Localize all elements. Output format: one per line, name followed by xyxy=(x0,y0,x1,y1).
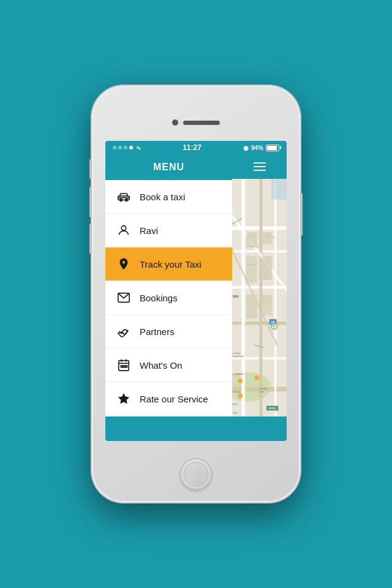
svg-text:589: 589 xyxy=(233,295,239,298)
map-svg: Rendell St Alfred St Howard St Herbert S… xyxy=(232,179,287,417)
svg-text:Pinfold M: Pinfold M xyxy=(260,388,268,390)
home-button[interactable] xyxy=(180,458,212,490)
volume-up-button xyxy=(89,187,92,217)
svg-text:B5350: B5350 xyxy=(269,407,276,410)
map-header xyxy=(232,154,287,179)
app-content: MENU xyxy=(105,154,287,441)
phone-body: ∿ 11:27 ◉ 94% MENU xyxy=(92,86,300,502)
svg-rect-52 xyxy=(271,179,287,200)
menu-header: MENU xyxy=(105,154,232,180)
battery-icon xyxy=(266,145,279,151)
svg-rect-6 xyxy=(121,366,123,368)
svg-rect-32 xyxy=(246,295,257,318)
whats-on-label: What's On xyxy=(140,360,183,371)
signal-dot-3 xyxy=(124,146,127,149)
svg-rect-7 xyxy=(123,366,125,368)
power-button xyxy=(300,193,303,236)
battery-body xyxy=(266,145,279,151)
phone-screen: ∿ 11:27 ◉ 94% MENU xyxy=(105,141,287,441)
hamburger-line-2 xyxy=(254,166,266,167)
map-panel: Rendell St Alfred St Howard St Herbert S… xyxy=(232,154,287,441)
partners-label: Partners xyxy=(140,326,175,337)
sidebar-item-book-taxi[interactable]: Book a taxi xyxy=(105,180,232,214)
map-background: Rendell St Alfred St Howard St Herbert S… xyxy=(232,179,287,417)
svg-point-47 xyxy=(238,379,243,383)
sidebar-item-ravi[interactable]: Ravi xyxy=(105,214,232,247)
user-icon xyxy=(115,222,132,239)
svg-text:Shopping Centre: Shopping Centre xyxy=(232,355,244,358)
front-camera xyxy=(172,119,178,126)
rate-service-label: Rate our Service xyxy=(140,394,208,404)
hamburger-menu-icon[interactable] xyxy=(254,162,266,171)
volume-down-button xyxy=(89,224,92,254)
status-bar: ∿ 11:27 ◉ 94% xyxy=(105,141,287,154)
sidebar-item-bookings[interactable]: Bookings xyxy=(105,281,232,315)
wifi-icon: ∿ xyxy=(136,145,141,151)
sidebar-item-track-taxi[interactable]: Track your Taxi xyxy=(105,247,232,281)
svg-rect-8 xyxy=(126,366,127,368)
star-icon xyxy=(115,390,132,407)
location-pin-icon xyxy=(115,255,132,273)
svg-rect-31 xyxy=(262,256,272,280)
notch-area xyxy=(172,119,220,126)
svg-rect-28 xyxy=(246,232,257,247)
mute-button xyxy=(89,159,92,179)
signal-indicators: ∿ xyxy=(113,145,141,151)
svg-rect-30 xyxy=(246,256,257,283)
svg-point-3 xyxy=(121,226,126,230)
svg-text:The Rushes: The Rushes xyxy=(232,352,241,355)
bookings-label: Bookings xyxy=(140,293,178,303)
svg-point-48 xyxy=(238,393,243,398)
speaker-grille xyxy=(183,121,220,125)
svg-text:Primark: Primark xyxy=(232,403,238,405)
phone-device: ∿ 11:27 ◉ 94% MENU xyxy=(92,86,300,502)
sidebar-item-whats-on[interactable]: What's On xyxy=(105,349,232,382)
lock-icon: ◉ xyxy=(243,145,249,151)
svg-rect-19 xyxy=(274,179,277,417)
battery-fill xyxy=(267,146,277,150)
svg-text:Legal: Legal xyxy=(233,412,237,414)
signal-dot-1 xyxy=(113,146,116,149)
svg-text:Pract: Pract xyxy=(260,391,264,393)
menu-items-list: Book a taxi Ravi xyxy=(105,180,232,417)
signal-dot-2 xyxy=(118,146,122,149)
svg-point-51 xyxy=(273,325,276,328)
hamburger-line-1 xyxy=(254,162,266,164)
sidebar-item-partners[interactable]: Partners xyxy=(105,315,232,349)
hamburger-line-3 xyxy=(254,170,266,171)
menu-footer xyxy=(105,417,232,441)
track-taxi-label: Track your Taxi xyxy=(140,259,202,270)
svg-point-49 xyxy=(255,375,260,380)
status-right: ◉ 94% xyxy=(243,145,279,151)
svg-rect-29 xyxy=(262,232,272,244)
book-taxi-label: Book a taxi xyxy=(140,192,185,202)
calendar-icon xyxy=(115,356,132,374)
handshake-icon xyxy=(115,323,132,340)
map-footer xyxy=(232,417,287,441)
car-icon xyxy=(115,188,132,205)
signal-dot-4 xyxy=(129,146,133,149)
envelope-icon xyxy=(115,289,132,306)
sidebar-item-rate-service[interactable]: Rate our Service xyxy=(105,382,232,416)
battery-percent: 94% xyxy=(251,145,263,151)
svg-text:La Favorita: La Favorita xyxy=(232,391,241,393)
svg-text:Goodliffes Bar: Goodliffes Bar xyxy=(233,373,244,375)
time-display: 11:27 xyxy=(183,143,202,152)
home-button-inner xyxy=(184,462,208,486)
menu-panel: MENU xyxy=(105,154,232,441)
ravi-label: Ravi xyxy=(140,225,158,236)
svg-rect-33 xyxy=(262,295,272,315)
